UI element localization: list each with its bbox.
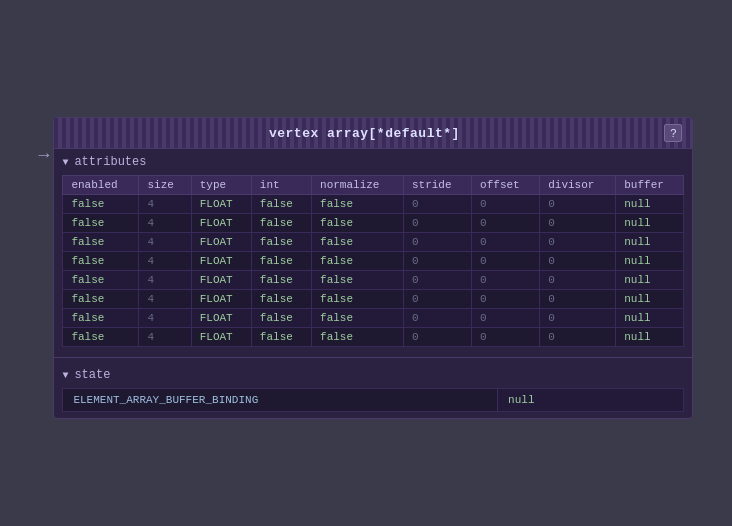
- attributes-section: ▼ attributes enabledsizetypeintnormalize…: [54, 149, 692, 353]
- table-cell: 0: [403, 290, 471, 309]
- state-section-header[interactable]: ▼ state: [62, 368, 684, 382]
- table-cell: false: [312, 233, 404, 252]
- table-cell: false: [63, 195, 139, 214]
- attributes-section-header[interactable]: ▼ attributes: [62, 155, 684, 169]
- table-cell: false: [63, 328, 139, 347]
- table-cell: 0: [540, 271, 616, 290]
- vertex-array-panel: vertex array[*default*] ? ▼ attributes e…: [53, 117, 693, 419]
- table-cell: false: [251, 290, 311, 309]
- attributes-table-wrapper: enabledsizetypeintnormalizestrideoffsetd…: [62, 175, 684, 347]
- table-cell: null: [616, 309, 684, 328]
- col-header-offset: offset: [472, 176, 540, 195]
- table-cell: 4: [139, 195, 191, 214]
- table-cell: 0: [403, 233, 471, 252]
- table-row: false4FLOATfalsefalse000null: [63, 252, 684, 271]
- table-cell: 0: [403, 309, 471, 328]
- table-cell: FLOAT: [191, 328, 251, 347]
- table-cell: false: [251, 214, 311, 233]
- attributes-tbody: false4FLOATfalsefalse000nullfalse4FLOATf…: [63, 195, 684, 347]
- help-button[interactable]: ?: [664, 124, 682, 142]
- section-divider: [54, 357, 692, 358]
- table-cell: null: [616, 214, 684, 233]
- table-cell: 0: [403, 195, 471, 214]
- col-header-stride: stride: [403, 176, 471, 195]
- table-cell: 0: [540, 195, 616, 214]
- table-cell: false: [312, 271, 404, 290]
- table-cell: false: [251, 195, 311, 214]
- table-cell: 0: [403, 252, 471, 271]
- col-header-normalize: normalize: [312, 176, 404, 195]
- table-row: ELEMENT_ARRAY_BUFFER_BINDINGnull: [63, 389, 684, 412]
- table-cell: false: [63, 252, 139, 271]
- table-cell: FLOAT: [191, 195, 251, 214]
- table-cell: FLOAT: [191, 290, 251, 309]
- table-cell: 0: [472, 290, 540, 309]
- table-cell: false: [251, 233, 311, 252]
- table-cell: null: [616, 195, 684, 214]
- table-cell: 4: [139, 309, 191, 328]
- state-table: ELEMENT_ARRAY_BUFFER_BINDINGnull: [62, 388, 684, 412]
- table-cell: 4: [139, 252, 191, 271]
- table-cell: 4: [139, 214, 191, 233]
- table-cell: false: [312, 195, 404, 214]
- arrow-indicator: →: [39, 145, 50, 165]
- table-cell: false: [312, 214, 404, 233]
- table-cell: 0: [403, 214, 471, 233]
- table-cell: null: [616, 252, 684, 271]
- col-header-buffer: buffer: [616, 176, 684, 195]
- col-header-enabled: enabled: [63, 176, 139, 195]
- table-cell: 0: [472, 195, 540, 214]
- attributes-header-row: enabledsizetypeintnormalizestrideoffsetd…: [63, 176, 684, 195]
- attributes-label: attributes: [74, 155, 146, 169]
- table-row: false4FLOATfalsefalse000null: [63, 290, 684, 309]
- table-row: false4FLOATfalsefalse000null: [63, 309, 684, 328]
- table-cell: FLOAT: [191, 271, 251, 290]
- table-cell: false: [63, 214, 139, 233]
- table-cell: false: [251, 309, 311, 328]
- table-cell: 0: [403, 328, 471, 347]
- table-cell: 0: [540, 290, 616, 309]
- table-row: false4FLOATfalsefalse000null: [63, 233, 684, 252]
- attributes-table: enabledsizetypeintnormalizestrideoffsetd…: [62, 175, 684, 347]
- table-cell: null: [616, 233, 684, 252]
- table-cell: false: [312, 290, 404, 309]
- table-cell: 0: [540, 233, 616, 252]
- table-cell: 0: [472, 252, 540, 271]
- table-cell: 4: [139, 233, 191, 252]
- table-cell: ELEMENT_ARRAY_BUFFER_BINDING: [63, 389, 498, 412]
- table-cell: false: [63, 309, 139, 328]
- table-cell: null: [616, 271, 684, 290]
- table-cell: 0: [472, 271, 540, 290]
- table-cell: false: [312, 309, 404, 328]
- table-cell: false: [63, 233, 139, 252]
- table-cell: 0: [540, 309, 616, 328]
- table-cell: false: [63, 271, 139, 290]
- table-cell: 0: [403, 271, 471, 290]
- table-cell: 0: [540, 252, 616, 271]
- table-cell: 4: [139, 290, 191, 309]
- col-header-int: int: [251, 176, 311, 195]
- attributes-triangle: ▼: [62, 157, 68, 168]
- state-tbody: ELEMENT_ARRAY_BUFFER_BINDINGnull: [63, 389, 684, 412]
- state-section: ▼ state ELEMENT_ARRAY_BUFFER_BINDINGnull: [54, 362, 692, 418]
- table-cell: null: [616, 328, 684, 347]
- table-cell: FLOAT: [191, 252, 251, 271]
- table-cell: FLOAT: [191, 233, 251, 252]
- state-triangle: ▼: [62, 370, 68, 381]
- table-cell: false: [312, 328, 404, 347]
- table-cell: false: [251, 271, 311, 290]
- main-container: → vertex array[*default*] ? ▼ attributes…: [39, 107, 694, 419]
- col-header-type: type: [191, 176, 251, 195]
- table-row: false4FLOATfalsefalse000null: [63, 195, 684, 214]
- panel-header: vertex array[*default*] ?: [54, 118, 692, 149]
- attributes-thead: enabledsizetypeintnormalizestrideoffsetd…: [63, 176, 684, 195]
- panel-title: vertex array[*default*]: [64, 126, 664, 141]
- table-cell: 0: [472, 214, 540, 233]
- table-cell: null: [616, 290, 684, 309]
- table-row: false4FLOATfalsefalse000null: [63, 271, 684, 290]
- table-cell: 0: [540, 328, 616, 347]
- col-header-divisor: divisor: [540, 176, 616, 195]
- table-cell: 4: [139, 328, 191, 347]
- col-header-size: size: [139, 176, 191, 195]
- table-cell: false: [312, 252, 404, 271]
